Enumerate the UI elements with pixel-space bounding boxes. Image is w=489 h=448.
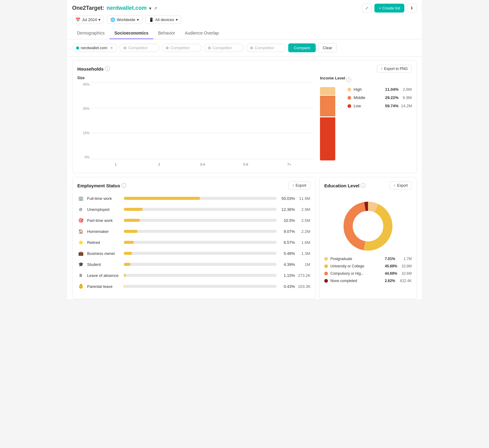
employment-homemaker: 🏠 Homemaker 9.07% 2.2M [77, 228, 310, 235]
devices-filter[interactable]: 📱 All devices ▾ [145, 16, 181, 24]
homemaker-bar-bg [124, 230, 277, 233]
main-site-dot [76, 46, 79, 50]
leave-pct: 1.15% [280, 273, 295, 278]
employment-export-label: Export [296, 183, 306, 188]
date-filter[interactable]: 📅 Jul 2024 ▾ [72, 16, 104, 24]
region-filter[interactable]: 🌐 Worldwide ▾ [107, 16, 142, 24]
donut-center [354, 212, 382, 240]
edu-university-dot [324, 264, 328, 268]
devices-filter-label: All devices [155, 17, 174, 22]
x-label-5-6: 5-6 [224, 163, 267, 166]
tab-socioeconomics[interactable]: Socioeconomics [109, 28, 153, 39]
unemployed-pct: 12.36% [280, 207, 295, 212]
employment-parental: 👶 Parental leave 0.43% 103.3K [77, 283, 310, 290]
education-info-icon[interactable]: i [361, 183, 366, 188]
tab-demographics[interactable]: Demographics [72, 28, 109, 39]
households-export-button[interactable]: ↑ Export to PNG [377, 65, 412, 73]
y-label-0: 0% [77, 155, 90, 159]
date-filter-label: Jul 2024 [82, 17, 97, 22]
site-name-link[interactable]: nerdwallet.com [107, 5, 147, 11]
download-button[interactable]: ⬇ [407, 4, 417, 13]
education-export-button[interactable]: ↑ Export [390, 182, 412, 189]
devices-chevron-icon: ▾ [176, 17, 178, 22]
employment-business: 💼 Business owner 5.48% 1.3M [77, 250, 310, 257]
x-label-3-4: 3-4 [181, 163, 224, 166]
income-low-bar [320, 117, 335, 160]
income-info-icon[interactable]: i [346, 77, 351, 82]
competitor-2-label: Competitor [170, 46, 190, 50]
edu-none-item: None completed 2.62% 622.4K [324, 279, 412, 283]
student-pct: 4.39% [280, 262, 295, 267]
fulltime-bar-bg [124, 197, 277, 200]
unemployed-name: Unemployed [87, 207, 121, 212]
student-bar-bg [124, 263, 277, 266]
income-high-val: 2.6M [401, 87, 412, 92]
competitor-3-label: Competitor [212, 46, 232, 50]
main-site-chip[interactable]: nerdwallet.com ✕ [72, 44, 117, 52]
bottom-row: Employment Status i ↑ Export 🏢 Full-time… [72, 177, 417, 299]
competitor-3-input[interactable]: Competitor [204, 44, 244, 52]
calendar-icon: 📅 [75, 17, 80, 22]
household-size-chart: 45% 30% 15% 0% [77, 83, 314, 168]
households-info-icon[interactable]: i [105, 66, 110, 71]
y-label-30: 30% [77, 107, 90, 110]
tab-audience-overlap[interactable]: Audience Overlap [180, 28, 224, 39]
parental-pct: 0.43% [280, 284, 295, 289]
homemaker-name: Homemaker [87, 229, 121, 234]
edu-postgraduate-dot [324, 257, 328, 261]
student-val: 1M [298, 262, 310, 267]
income-high-dot [347, 88, 351, 91]
edu-postgraduate-val: 1.7M [399, 257, 412, 261]
create-list-button[interactable]: + Create list [374, 4, 404, 13]
income-high-name: High [354, 87, 381, 92]
edu-university-val: 10.9M [399, 264, 412, 268]
edu-postgraduate-item: Postgraduate 7.01% 1.7M [324, 257, 412, 261]
remove-main-site-icon[interactable]: ✕ [110, 46, 113, 50]
edu-none-dot [324, 279, 328, 283]
competitor-4-label: Competitor [255, 46, 274, 50]
employment-list: 🏢 Full-time work 50.03% 11.9M ⊘ Unemploy… [72, 193, 315, 299]
external-link-icon[interactable]: ↗ [154, 6, 157, 11]
competitor-4-input[interactable]: Competitor [246, 44, 286, 52]
parental-val: 103.3K [298, 284, 310, 289]
region-filter-label: Worldwide [117, 17, 135, 22]
parental-bar-fill [124, 285, 124, 288]
employment-export-button[interactable]: ↑ Export [288, 182, 310, 189]
compare-button[interactable]: Compare [288, 43, 315, 52]
fulltime-icon: 🏢 [77, 195, 84, 202]
income-middle-name: Middle [354, 95, 381, 100]
edu-none-pct: 2.62% [385, 279, 397, 283]
clear-button[interactable]: Clear [318, 43, 337, 53]
expand-button[interactable]: ⤢ [362, 4, 372, 13]
size-chart-label: Size [77, 76, 314, 80]
edu-postgraduate-pct: 7.01% [385, 257, 397, 261]
parental-bar-bg [124, 285, 277, 288]
households-title: Households [77, 66, 104, 72]
competitor-3-dot [208, 46, 211, 50]
x-label-2: 2 [138, 163, 181, 166]
homemaker-pct: 9.07% [280, 229, 295, 234]
y-label-15: 15% [77, 131, 90, 135]
tab-behavior[interactable]: Behavior [153, 28, 180, 39]
employment-title: Employment Status [77, 183, 120, 188]
parttime-icon: 🎯 [77, 217, 84, 224]
employment-info-icon[interactable]: i [121, 183, 126, 188]
competitor-1-input[interactable]: Competitor [119, 44, 159, 52]
leave-name: Leave of absence [87, 273, 121, 278]
education-legend: Postgraduate 7.01% 1.7M University or Co… [319, 257, 417, 291]
edu-postgraduate-name: Postgraduate [330, 257, 382, 261]
competitor-2-input[interactable]: Competitor [162, 44, 201, 52]
retired-pct: 6.57% [280, 240, 295, 245]
income-low-val: 14.2M [401, 104, 412, 108]
edu-compulsory-item: Compulsory or Hig... 44.69% 10.6M [324, 271, 412, 276]
title-chevron-icon[interactable]: ▾ [149, 6, 151, 11]
fulltime-bar-fill [124, 197, 200, 200]
edu-compulsory-pct: 44.69% [385, 271, 397, 276]
export-icon: ↑ [381, 67, 383, 71]
unemployed-val: 2.9M [298, 207, 310, 212]
edu-compulsory-val: 10.6M [399, 271, 412, 276]
business-icon: 💼 [77, 250, 84, 257]
income-low-dot [347, 104, 351, 108]
retired-val: 1.6M [298, 240, 310, 245]
student-bar-fill [124, 263, 131, 266]
